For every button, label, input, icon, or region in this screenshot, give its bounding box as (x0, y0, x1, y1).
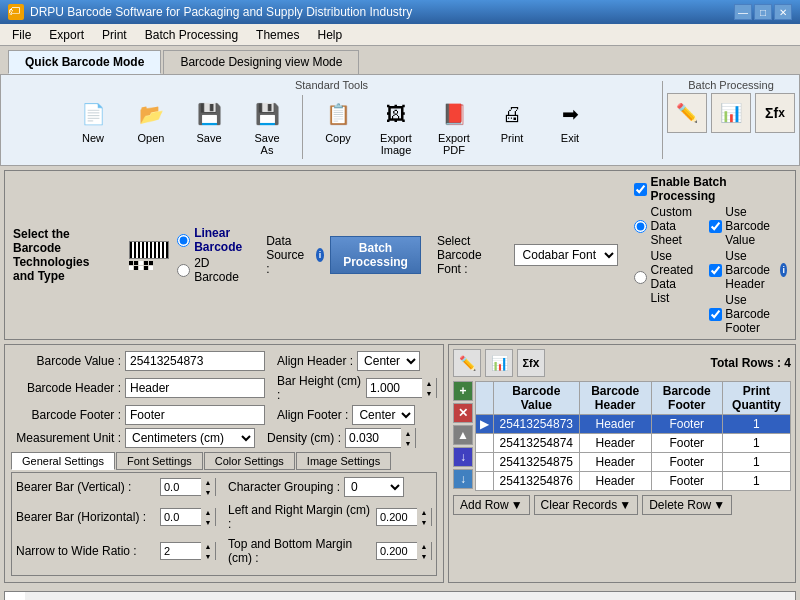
print-button[interactable]: 🖨 Print (485, 93, 539, 161)
bearer-h-up[interactable]: ▲ (201, 507, 215, 517)
align-header-select[interactable]: CenterLeftRight (357, 351, 420, 371)
bar-height-down[interactable]: ▼ (422, 388, 436, 398)
use-barcode-footer-row[interactable]: Use Barcode Footer (709, 293, 787, 335)
created-data-radio[interactable]: Use Created Data List (634, 249, 694, 305)
copy-button[interactable]: 📋 Copy (311, 93, 365, 161)
table-row[interactable]: ▶ 25413254873 Header Footer 1 (476, 415, 791, 434)
bearer-bar-h-input[interactable] (161, 509, 201, 525)
density-down[interactable]: ▼ (401, 438, 415, 448)
save-button[interactable]: 💾 Save (182, 93, 236, 161)
table-container: Barcode Value Barcode Header Barcode Foo… (475, 381, 791, 491)
density-up[interactable]: ▲ (401, 428, 415, 438)
bearer-h-down[interactable]: ▼ (201, 517, 215, 527)
tab-general-settings[interactable]: General Settings (11, 452, 115, 470)
bar-height-up[interactable]: ▲ (422, 378, 436, 388)
clear-records-button[interactable]: Clear Records ▼ (534, 495, 639, 515)
2d-barcode-radio[interactable]: 2D Barcode (177, 256, 242, 284)
bearer-v-up[interactable]: ▲ (201, 477, 215, 487)
tab-quick-barcode[interactable]: Quick Barcode Mode (8, 50, 161, 74)
menu-file[interactable]: File (4, 26, 39, 44)
up-button[interactable]: ▲ (453, 425, 473, 445)
data-source-info-icon[interactable]: i (316, 248, 324, 262)
export-pdf-button[interactable]: 📕 Export PDF (427, 93, 481, 161)
bar-height-input[interactable] (367, 379, 422, 397)
export-image-icon: 🖼 (380, 98, 412, 130)
exit-button[interactable]: ➡ Exit (543, 93, 597, 161)
lr-up[interactable]: ▲ (417, 507, 431, 517)
tab-image-settings[interactable]: Image Settings (296, 452, 391, 470)
batch-processing-button[interactable]: Batch Processing (330, 236, 421, 274)
right-formula-button[interactable]: Σfx (517, 349, 545, 377)
bar-height-spinner: ▲ ▼ (366, 378, 437, 398)
nw-down[interactable]: ▼ (201, 551, 215, 561)
char-group-label: Character Grouping : (228, 480, 340, 494)
char-group-select[interactable]: 012 (344, 477, 404, 497)
measurement-select[interactable]: Centimeters (cm)Inches (125, 428, 255, 448)
table-row[interactable]: 25413254875 Header Footer 1 (476, 453, 791, 472)
tab-font-settings[interactable]: Font Settings (116, 452, 203, 470)
use-barcode-footer-checkbox[interactable] (709, 308, 722, 321)
menu-export[interactable]: Export (41, 26, 92, 44)
menu-print[interactable]: Print (94, 26, 135, 44)
char-group-col: Character Grouping : 012 (228, 477, 432, 500)
top-bottom-col: Top and Bottom Margin (cm) : ▲ ▼ (228, 537, 432, 568)
maximize-button[interactable]: □ (754, 4, 772, 20)
created-data-radio-input[interactable] (634, 271, 647, 284)
barcode-footer-input[interactable] (125, 405, 265, 425)
minimize-button[interactable]: — (734, 4, 752, 20)
menu-batch-processing[interactable]: Batch Processing (137, 26, 246, 44)
right-table-button[interactable]: 📊 (485, 349, 513, 377)
use-barcode-header-checkbox[interactable] (709, 264, 722, 277)
table-row[interactable]: 25413254874 Header Footer 1 (476, 434, 791, 453)
save-as-button[interactable]: 💾 Save As (240, 93, 294, 161)
close-button[interactable]: ✕ (774, 4, 792, 20)
narrow-wide-input[interactable] (161, 543, 201, 559)
menu-themes[interactable]: Themes (248, 26, 307, 44)
align-footer-select[interactable]: CenterLeftRight (352, 405, 415, 425)
tb-up[interactable]: ▲ (417, 541, 431, 551)
lr-down[interactable]: ▼ (417, 517, 431, 527)
delete-button[interactable]: ✕ (453, 403, 473, 423)
top-bottom-input[interactable] (377, 543, 417, 559)
top-bottom-label: Top and Bottom Margin (cm) : (228, 537, 372, 565)
tab-color-settings[interactable]: Color Settings (204, 452, 295, 470)
custom-data-radio[interactable]: Custom Data Sheet (634, 205, 694, 247)
right-edit-button[interactable]: ✏️ (453, 349, 481, 377)
use-barcode-value-checkbox[interactable] (709, 220, 722, 233)
linear-radio-input[interactable] (177, 234, 190, 247)
header-info-icon[interactable]: i (780, 263, 787, 277)
title-bar-left: 🏷 DRPU Barcode Software for Packaging an… (8, 4, 412, 20)
use-barcode-header-row[interactable]: Use Barcode Header i (709, 249, 787, 291)
table-row[interactable]: 25413254876 Header Footer 1 (476, 472, 791, 491)
batch-table-button[interactable]: 📊 (711, 93, 751, 133)
barcode-value-input[interactable] (125, 351, 265, 371)
add-row-button[interactable]: Add Row ▼ (453, 495, 530, 515)
linear-barcode-radio[interactable]: Linear Barcode (177, 226, 242, 254)
barcode-header-input[interactable] (125, 378, 265, 398)
add-button[interactable]: + (453, 381, 473, 401)
open-button[interactable]: 📂 Open (124, 93, 178, 161)
tab-barcode-designing[interactable]: Barcode Designing view Mode (163, 50, 359, 74)
down-button[interactable]: ↓ (453, 469, 473, 489)
enable-batch-checkbox[interactable] (634, 183, 647, 196)
main-area: Select the Barcode Technologies and Type… (0, 166, 800, 587)
batch-edit-button[interactable]: ✏️ (667, 93, 707, 133)
left-right-input[interactable] (377, 509, 417, 525)
barcode-font-select[interactable]: Codabar Font (514, 244, 618, 266)
density-input[interactable] (346, 429, 401, 447)
menu-help[interactable]: Help (309, 26, 350, 44)
delete-row-button[interactable]: Delete Row ▼ (642, 495, 732, 515)
bearer-bar-v-input[interactable] (161, 479, 201, 495)
export-image-button[interactable]: 🖼 Export Image (369, 93, 423, 161)
nw-up[interactable]: ▲ (201, 541, 215, 551)
custom-data-radio-input[interactable] (634, 220, 647, 233)
2d-radio-input[interactable] (177, 264, 190, 277)
use-barcode-value-row[interactable]: Use Barcode Value (709, 205, 787, 247)
batch-formula-button[interactable]: Σfx (755, 93, 795, 133)
tb-down[interactable]: ▼ (417, 551, 431, 561)
bearer-v-down[interactable]: ▼ (201, 487, 215, 497)
new-button[interactable]: 📄 New (66, 93, 120, 161)
narrow-wide-row: Narrow to Wide Ratio : ▲ ▼ (16, 537, 432, 568)
bearer-v-arrows: ▲ ▼ (201, 477, 215, 497)
down-first-button[interactable]: ↓ (453, 447, 473, 467)
